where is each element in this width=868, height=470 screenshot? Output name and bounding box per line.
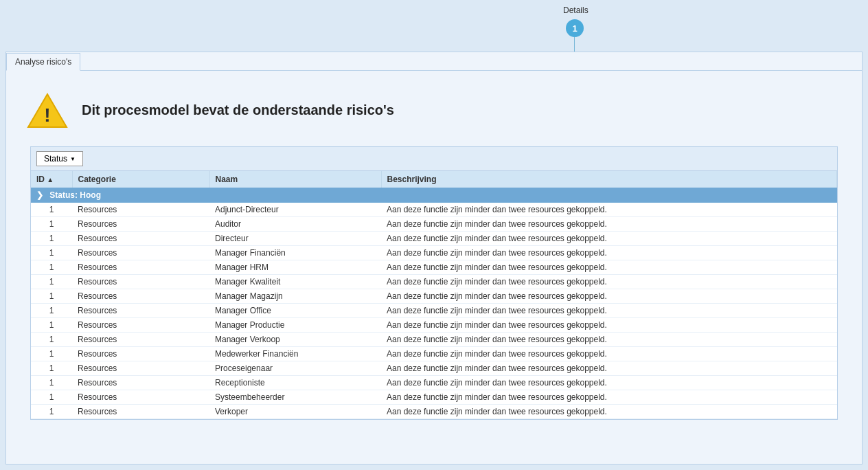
cell-naam: Manager Verkoop (209, 333, 381, 347)
cell-id: 1 (31, 217, 72, 232)
cell-beschrijving: Aan deze functie zijn minder dan twee re… (381, 405, 837, 419)
cell-naam: Manager Productie (209, 318, 381, 333)
cell-categorie: Resources (72, 275, 209, 289)
table-row[interactable]: 1 Resources Adjunct-Directeur Aan deze f… (31, 203, 837, 217)
cell-beschrijving: Aan deze functie zijn minder dan twee re… (381, 217, 837, 232)
cell-id: 1 (31, 405, 72, 419)
cell-id: 1 (31, 390, 72, 405)
cell-categorie: Resources (72, 203, 209, 217)
cell-categorie: Resources (72, 361, 209, 376)
cell-beschrijving: Aan deze functie zijn minder dan twee re… (381, 289, 837, 304)
cell-categorie: Resources (72, 246, 209, 260)
table-row[interactable]: 1 Resources Manager Magazijn Aan deze fu… (31, 289, 837, 304)
table-row[interactable]: 1 Resources Proceseigenaar Aan deze func… (31, 361, 837, 376)
table-row[interactable]: 1 Resources Medewerker Financiën Aan dez… (31, 347, 837, 361)
cell-categorie: Resources (72, 333, 209, 347)
tab-analyse-risicos[interactable]: Analyse risico's (6, 53, 80, 71)
table-container: Status ID ▲ Categorie Naam Beschrijving (30, 146, 838, 420)
cell-id: 1 (31, 376, 72, 390)
col-id: ID ▲ (31, 171, 72, 188)
table-toolbar: Status (31, 147, 837, 171)
cell-naam: Medewerker Financiën (209, 347, 381, 361)
table-row[interactable]: 1 Resources Manager Kwaliteit Aan deze f… (31, 275, 837, 289)
cell-naam: Receptioniste (209, 376, 381, 390)
table-row[interactable]: 1 Resources Verkoper Aan deze functie zi… (31, 405, 837, 419)
table-row[interactable]: 1 Resources Receptioniste Aan deze funct… (31, 376, 837, 390)
warning-title: Dit procesmodel bevat de onderstaande ri… (82, 102, 394, 118)
tab-bar: Analyse risico's (6, 52, 862, 71)
cell-id: 1 (31, 260, 72, 275)
cell-id: 1 (31, 289, 72, 304)
cell-categorie: Resources (72, 289, 209, 304)
cell-naam: Manager Magazijn (209, 289, 381, 304)
cell-categorie: Resources (72, 217, 209, 232)
cell-beschrijving: Aan deze functie zijn minder dan twee re… (381, 304, 837, 318)
details-badge[interactable]: 1 (566, 19, 584, 37)
content-area: ! Dit procesmodel bevat de onderstaande … (6, 71, 862, 434)
cell-beschrijving: Aan deze functie zijn minder dan twee re… (381, 275, 837, 289)
cell-naam: Manager Financiën (209, 246, 381, 260)
cell-naam: Manager HRM (209, 260, 381, 275)
chevron-down-icon: ❯ (36, 190, 43, 200)
main-container: Analyse risico's ! Dit procesmodel bevat… (5, 52, 863, 465)
cell-categorie: Resources (72, 405, 209, 419)
cell-naam: Manager Office (209, 304, 381, 318)
group-header-label: Status: Hoog (49, 190, 101, 200)
cell-categorie: Resources (72, 347, 209, 361)
risks-table: ID ▲ Categorie Naam Beschrijving ❯ Statu… (31, 171, 837, 419)
cell-categorie: Resources (72, 232, 209, 246)
col-beschrijving: Beschrijving (381, 171, 837, 188)
table-row[interactable]: 1 Resources Manager Financiën Aan deze f… (31, 246, 837, 260)
table-row[interactable]: 1 Resources Manager Office Aan deze func… (31, 304, 837, 318)
cell-categorie: Resources (72, 304, 209, 318)
cell-beschrijving: Aan deze functie zijn minder dan twee re… (381, 203, 837, 217)
cell-id: 1 (31, 333, 72, 347)
cell-beschrijving: Aan deze functie zijn minder dan twee re… (381, 246, 837, 260)
cell-id: 1 (31, 304, 72, 318)
cell-id: 1 (31, 203, 72, 217)
warning-icon: ! (27, 91, 68, 129)
group-header-row: ❯ Status: Hoog (31, 188, 837, 203)
col-categorie: Categorie (72, 171, 209, 188)
warning-section: ! Dit procesmodel bevat de onderstaande … (27, 91, 841, 129)
cell-beschrijving: Aan deze functie zijn minder dan twee re… (381, 260, 837, 275)
cell-beschrijving: Aan deze functie zijn minder dan twee re… (381, 232, 837, 246)
cell-naam: Manager Kwaliteit (209, 275, 381, 289)
cell-id: 1 (31, 347, 72, 361)
cell-naam: Proceseigenaar (209, 361, 381, 376)
cell-categorie: Resources (72, 390, 209, 405)
cell-id: 1 (31, 232, 72, 246)
cell-naam: Auditor (209, 217, 381, 232)
table-row[interactable]: 1 Resources Auditor Aan deze functie zij… (31, 217, 837, 232)
table-row[interactable]: 1 Resources Systeembeheerder Aan deze fu… (31, 390, 837, 405)
status-button[interactable]: Status (36, 151, 83, 166)
cell-naam: Systeembeheerder (209, 390, 381, 405)
cell-categorie: Resources (72, 318, 209, 333)
cell-beschrijving: Aan deze functie zijn minder dan twee re… (381, 390, 837, 405)
cell-id: 1 (31, 275, 72, 289)
cell-beschrijving: Aan deze functie zijn minder dan twee re… (381, 361, 837, 376)
table-row[interactable]: 1 Resources Directeur Aan deze functie z… (31, 232, 837, 246)
table-row[interactable]: 1 Resources Manager Verkoop Aan deze fun… (31, 333, 837, 347)
table-row[interactable]: 1 Resources Manager HRM Aan deze functie… (31, 260, 837, 275)
sort-arrow-id: ▲ (47, 176, 54, 183)
cell-id: 1 (31, 246, 72, 260)
details-label: Details (563, 5, 589, 15)
cell-beschrijving: Aan deze functie zijn minder dan twee re… (381, 376, 837, 390)
cell-beschrijving: Aan deze functie zijn minder dan twee re… (381, 333, 837, 347)
cell-beschrijving: Aan deze functie zijn minder dan twee re… (381, 318, 837, 333)
cell-categorie: Resources (72, 376, 209, 390)
cell-naam: Adjunct-Directeur (209, 203, 381, 217)
cell-beschrijving: Aan deze functie zijn minder dan twee re… (381, 347, 837, 361)
cell-naam: Verkoper (209, 405, 381, 419)
cell-id: 1 (31, 318, 72, 333)
cell-categorie: Resources (72, 260, 209, 275)
col-naam: Naam (209, 171, 381, 188)
table-row[interactable]: 1 Resources Manager Productie Aan deze f… (31, 318, 837, 333)
cell-naam: Directeur (209, 232, 381, 246)
svg-text:!: ! (44, 104, 50, 126)
cell-id: 1 (31, 361, 72, 376)
